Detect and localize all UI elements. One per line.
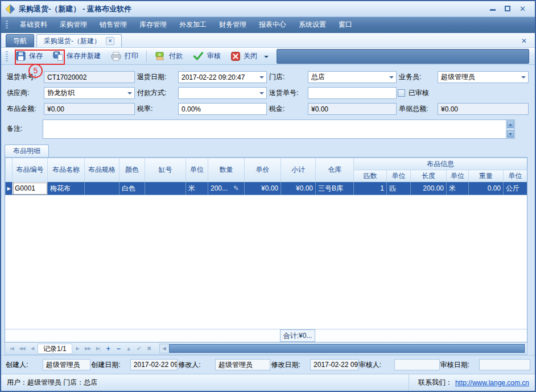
menu-settings[interactable]: 系统设置 xyxy=(292,17,332,32)
store-dropdown-icon[interactable] xyxy=(389,76,394,81)
menu-reports[interactable]: 报表中心 xyxy=(253,17,292,32)
nav-last-button[interactable]: ▶| xyxy=(93,346,103,351)
supplier-dropdown-icon[interactable] xyxy=(127,92,132,97)
payment-method-dropdown-icon[interactable] xyxy=(259,92,264,97)
store-select[interactable]: 总店 xyxy=(308,71,397,83)
nav-next-page-button[interactable]: ▶▶ xyxy=(83,346,93,351)
nav-edit-button[interactable]: ▲ xyxy=(124,345,134,352)
close-button[interactable]: ✕ xyxy=(519,5,526,13)
toolbar-grip xyxy=(6,51,8,61)
tab-purchase-return[interactable]: 采购退货-（新建） ✕ xyxy=(36,34,122,47)
hscroll-thumb[interactable] xyxy=(169,344,525,353)
salesman-select[interactable]: 超级管理员 xyxy=(438,71,529,83)
menubar-grip xyxy=(6,20,8,30)
col-header-vat[interactable]: 缸号 xyxy=(145,158,186,182)
col-header-subtotal[interactable]: 小计 xyxy=(281,158,316,182)
cell-code[interactable]: G0001 xyxy=(13,182,48,195)
audited-checkbox[interactable] xyxy=(398,89,405,97)
col-header-qty[interactable]: 数量 xyxy=(208,158,245,182)
hscroll-left-icon[interactable]: ◀ xyxy=(160,344,169,353)
cell-pieces-unit[interactable]: 匹 xyxy=(387,182,411,195)
scroll-down-icon[interactable]: ▼ xyxy=(507,130,514,138)
menu-sales[interactable]: 销售管理 xyxy=(93,17,133,32)
salesman-dropdown-icon[interactable] xyxy=(521,76,526,81)
col-header-weight[interactable]: 重量 xyxy=(469,170,504,182)
col-header-pieces[interactable]: 匹数 xyxy=(354,170,387,182)
save-button[interactable]: 保存 xyxy=(11,49,47,63)
cell-spec[interactable] xyxy=(85,182,119,195)
nav-first-button[interactable]: |◀ xyxy=(7,346,17,351)
toolbar: 保存 保存并新建 打印 付款 xyxy=(1,48,535,65)
close-dropdown-icon[interactable] xyxy=(264,56,269,60)
menu-window[interactable]: 窗口 xyxy=(332,17,358,32)
return-no-field[interactable]: CT17020002 xyxy=(44,71,135,83)
modify-date-label: 修改日期: xyxy=(271,360,310,370)
save-and-new-button[interactable]: 保存并新建 xyxy=(48,49,105,63)
website-link[interactable]: http://www.lange.com.cn xyxy=(455,379,529,387)
col-header-color[interactable]: 颜色 xyxy=(119,158,145,182)
payment-hand-icon xyxy=(155,51,166,61)
col-header-unit[interactable]: 单位 xyxy=(186,158,208,182)
scroll-up-icon[interactable]: ▲ xyxy=(507,121,514,128)
payment-button[interactable]: 付款 xyxy=(150,49,187,63)
cell-unit[interactable]: 米 xyxy=(186,182,208,195)
delivery-no-input[interactable] xyxy=(308,87,397,99)
cell-length-unit[interactable]: 米 xyxy=(447,182,469,195)
col-header-length-unit[interactable]: 单位 xyxy=(447,170,469,182)
menu-purchase[interactable]: 采购管理 xyxy=(53,17,93,32)
tab-fabric-detail[interactable]: 布品明细 xyxy=(5,145,49,157)
menu-outsourcing[interactable]: 外发加工 xyxy=(173,17,213,32)
grid-horizontal-scrollbar[interactable]: ◀ xyxy=(159,344,525,353)
modify-date-field: 2017-02-22 09 xyxy=(310,359,358,370)
cell-warehouse[interactable]: 三号B库 xyxy=(316,182,354,195)
col-header-name[interactable]: 布品名称 xyxy=(48,158,85,182)
tab-navigation[interactable]: 导航 xyxy=(6,34,34,47)
cell-subtotal[interactable]: ¥0.00 xyxy=(281,182,316,195)
cell-weight-unit[interactable]: 公斤 xyxy=(504,182,527,195)
nav-prev-button[interactable]: ◀ xyxy=(27,346,37,351)
maximize-button[interactable] xyxy=(505,5,510,13)
row-indicator-header xyxy=(6,158,13,182)
col-header-spec[interactable]: 布品规格 xyxy=(85,158,119,182)
col-header-length[interactable]: 长度 xyxy=(411,170,447,182)
print-button[interactable]: 打印 xyxy=(106,49,143,63)
col-header-price[interactable]: 单价 xyxy=(245,158,281,182)
nav-cancel-button[interactable]: ✖ xyxy=(145,345,154,352)
record-navigator: |◀ ◀◀ ◀ 记录1/1 ▶ ▶▶ ▶| + − ▲ ✔ ✖ ◀ xyxy=(5,343,527,355)
menu-finance[interactable]: 财务管理 xyxy=(213,17,253,32)
cell-length[interactable]: 200.00 xyxy=(411,182,447,195)
menu-basic-data[interactable]: 基础资料 xyxy=(14,17,53,32)
return-date-dropdown-icon[interactable] xyxy=(259,76,264,81)
cell-weight[interactable]: 0.00 xyxy=(469,182,504,195)
col-header-code[interactable]: 布品编号 xyxy=(13,158,48,182)
app-logo-icon xyxy=(6,5,15,14)
nav-next-button[interactable]: ▶ xyxy=(73,346,83,351)
cell-pieces[interactable]: 1 xyxy=(354,182,387,195)
col-header-weight-unit[interactable]: 单位 xyxy=(504,170,527,182)
edit-pencil-icon: ✎ xyxy=(233,184,239,192)
return-date-label: 退货日期: xyxy=(136,72,177,82)
col-header-warehouse[interactable]: 仓库 xyxy=(316,158,354,182)
cell-qty[interactable]: 200...✎ xyxy=(208,182,245,195)
nav-prev-page-button[interactable]: ◀◀ xyxy=(17,346,27,351)
cell-vat[interactable] xyxy=(145,182,186,195)
return-date-field[interactable]: 2017-02-22 09:20:47 xyxy=(178,71,267,83)
tax-rate-input[interactable]: 0.00% xyxy=(178,103,267,115)
remark-scrollbar[interactable]: ▲ ▼ xyxy=(506,120,514,138)
nav-delete-button[interactable]: − xyxy=(114,345,123,353)
tab-close-icon[interactable]: ✕ xyxy=(106,37,114,45)
cell-name[interactable]: 梅花布 xyxy=(48,182,85,195)
close-form-button[interactable]: 关闭 xyxy=(226,49,262,63)
audit-button[interactable]: 审核 xyxy=(188,49,225,63)
cell-color[interactable]: 白色 xyxy=(119,182,145,195)
col-header-pieces-unit[interactable]: 单位 xyxy=(387,170,411,182)
nav-post-button[interactable]: ✔ xyxy=(134,345,144,352)
menu-inventory[interactable]: 库存管理 xyxy=(133,17,173,32)
remark-textarea[interactable]: ▲ ▼ xyxy=(43,119,515,139)
payment-method-select[interactable] xyxy=(178,87,267,99)
minimize-button[interactable] xyxy=(490,5,496,13)
cell-price[interactable]: ¥0.00 xyxy=(245,182,281,195)
nav-insert-button[interactable]: + xyxy=(104,345,113,353)
tabbar-close-icon[interactable]: ✕ xyxy=(521,37,527,45)
supplier-select[interactable]: 协龙纺织 xyxy=(44,87,135,99)
